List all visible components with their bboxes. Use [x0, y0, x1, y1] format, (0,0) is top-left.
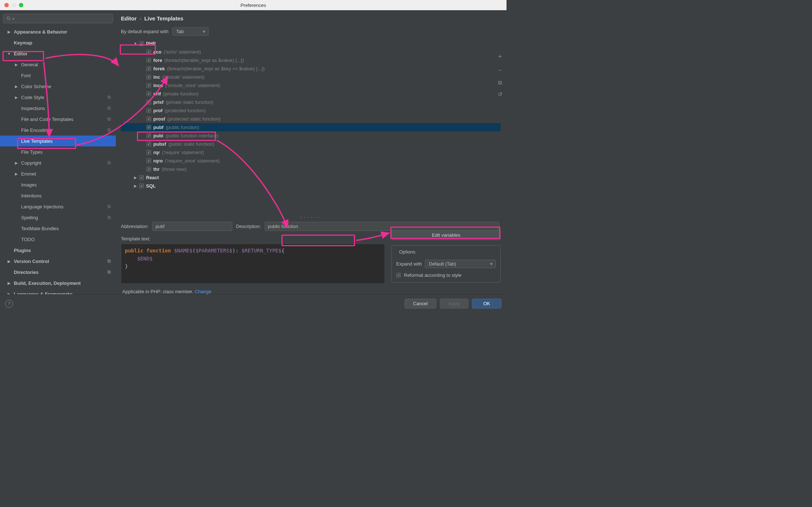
sidebar-item-general[interactable]: ▶General [0, 59, 116, 70]
item-checkbox[interactable]: ✓ [146, 142, 151, 146]
sidebar-item-editor[interactable]: ▼Editor [0, 48, 116, 59]
sidebar-item-label: Emmet [21, 171, 36, 177]
item-abbr: forek [153, 66, 165, 71]
sidebar-item-color-scheme[interactable]: ▶Color Scheme [0, 81, 116, 92]
template-text-editor[interactable]: public function $NAME$($PARAMETERS$): $R… [121, 244, 385, 284]
template-item-rqr[interactable]: ▶✓rqr('require' statement) [121, 148, 501, 157]
copy-icon[interactable]: ⧉ [498, 79, 502, 86]
sidebar-item-emmet[interactable]: ▶Emmet [0, 168, 116, 179]
template-item-thr[interactable]: ▶✓thr(throw new) [121, 165, 501, 173]
sidebar-item-version-control[interactable]: ▶Version Control⧉ [0, 256, 116, 267]
sidebar-item-file-and-code-templates[interactable]: File and Code Templates⧉ [0, 114, 116, 125]
sidebar-item-label: Build, Execution, Deployment [14, 280, 80, 286]
sidebar-item-images[interactable]: Images [0, 179, 116, 190]
sidebar-item-plugins[interactable]: Plugins [0, 245, 116, 256]
sidebar-item-directories[interactable]: Directories⧉ [0, 267, 116, 278]
sidebar-item-appearance-behavior[interactable]: ▶Appearance & Behavior [0, 26, 116, 37]
edit-variables-button[interactable]: Edit variables [391, 230, 501, 240]
item-checkbox[interactable]: ✓ [146, 108, 151, 113]
template-item-pubi[interactable]: ▶✓pubi(public function interface) [121, 131, 501, 140]
item-checkbox[interactable]: ✓ [146, 66, 151, 71]
item-desc: (public static function) [168, 141, 214, 147]
template-item-inco[interactable]: ▶✓inco('include_once' statement) [121, 81, 501, 90]
template-item-prosf[interactable]: ▶✓prosf(protected static function) [121, 115, 501, 123]
chevron-icon: ▶ [14, 84, 19, 89]
template-item-pubf[interactable]: ▶✓pubf(public function) [121, 123, 501, 131]
item-checkbox[interactable]: ✓ [146, 117, 151, 121]
reformat-checkbox[interactable]: ✓ [396, 273, 401, 278]
sidebar-item-textmate-bundles[interactable]: TextMate Bundles [0, 223, 116, 234]
sidebar-item-todo[interactable]: TODO [0, 234, 116, 245]
remove-icon[interactable]: － [497, 66, 503, 74]
template-item-forek[interactable]: ▶✓forek(foreach(iterable_expr as $key =>… [121, 64, 501, 73]
sidebar-item-copyright[interactable]: ▶Copyright⧉ [0, 157, 116, 168]
sidebar-item-intentions[interactable]: Intentions [0, 190, 116, 201]
item-checkbox[interactable]: ✓ [146, 158, 151, 163]
sidebar-item-file-encodings[interactable]: File Encodings⧉ [0, 125, 116, 135]
minimize-dot[interactable] [12, 3, 16, 7]
item-checkbox[interactable]: ✓ [146, 167, 151, 172]
template-group-react[interactable]: ▶✓React [121, 173, 501, 182]
sidebar-item-code-style[interactable]: ▶Code Style⧉ [0, 92, 116, 103]
search-input[interactable]: ▾ [3, 14, 113, 23]
zoom-dot[interactable] [19, 3, 23, 7]
sidebar-item-label: Copyright [21, 160, 42, 166]
sidebar: ▾ ▶Appearance & BehaviorKeymap▼Editor▶Ge… [0, 10, 116, 294]
item-checkbox[interactable]: ✓ [146, 133, 151, 138]
cancel-button[interactable]: Cancel [405, 299, 436, 308]
template-item-prif[interactable]: ▶✓prif(private function) [121, 90, 501, 98]
desc-input[interactable]: public function [265, 222, 499, 231]
sidebar-item-keymap[interactable]: Keymap [0, 37, 116, 48]
splitter[interactable]: • • • • • • [119, 216, 501, 219]
item-abbr: prisf [153, 99, 163, 105]
template-item-fore[interactable]: ▶✓fore(foreach(iterable_expr as $value) … [121, 56, 501, 64]
ok-button[interactable]: OK [472, 299, 501, 308]
item-desc: (public function) [166, 125, 199, 130]
template-item-eco[interactable]: ▶✓eco('echo' statement) [121, 48, 501, 56]
item-checkbox[interactable]: ✓ [146, 100, 151, 105]
template-item-prisf[interactable]: ▶✓prisf(private static function) [121, 98, 501, 106]
abbr-input[interactable]: pubf [152, 222, 232, 231]
item-checkbox[interactable]: ✓ [146, 50, 151, 54]
group-checkbox[interactable]: ✓ [139, 41, 144, 46]
item-desc: (foreach(iterable_expr as $value) {...}) [165, 58, 244, 63]
help-icon[interactable]: ? [5, 300, 13, 308]
item-desc: ('require' statement) [162, 150, 204, 155]
template-item-pubsf[interactable]: ▶✓pubsf(public static function) [121, 140, 501, 148]
close-dot[interactable] [4, 3, 9, 7]
item-checkbox[interactable]: ✓ [146, 91, 151, 96]
undo-icon[interactable]: ↺ [498, 91, 502, 98]
expand-select[interactable]: Tab [172, 27, 209, 36]
apply-button[interactable]: Apply [440, 299, 469, 308]
sidebar-item-languages-frameworks[interactable]: ▶Languages & Frameworks [0, 288, 116, 294]
sidebar-item-inspections[interactable]: Inspections⧉ [0, 103, 116, 114]
item-checkbox[interactable]: ✓ [146, 58, 151, 63]
group-checkbox[interactable]: ✓ [139, 175, 144, 180]
item-desc: ('include' statement) [162, 74, 205, 80]
template-group-sql[interactable]: ▶✓SQL [121, 182, 501, 190]
change-context-link[interactable]: Change [195, 289, 212, 294]
add-icon[interactable]: ＋ [497, 52, 503, 60]
scope-icon: ⧉ [107, 105, 111, 111]
sidebar-item-font[interactable]: Font [0, 70, 116, 81]
sidebar-item-live-templates[interactable]: Live Templates [0, 135, 116, 146]
item-abbr: pubi [153, 133, 163, 138]
item-abbr: eco [153, 49, 161, 55]
expand-with-select[interactable]: Default (Tab) [425, 260, 496, 268]
sidebar-item-language-injections[interactable]: Language Injections⧉ [0, 201, 116, 212]
item-checkbox[interactable]: ✓ [146, 150, 151, 155]
template-item-inc[interactable]: ▶✓inc('include' statement) [121, 73, 501, 81]
chevron-icon: ▶ [133, 176, 138, 180]
chevron-icon: ▶ [7, 281, 12, 285]
search-icon [6, 16, 11, 21]
sidebar-item-build-execution-deployment[interactable]: ▶Build, Execution, Deployment [0, 278, 116, 288]
template-item-rqro[interactable]: ▶✓rqro('require_once' statement) [121, 157, 501, 165]
template-group-php[interactable]: ▼✓PHP [121, 39, 501, 48]
template-item-prof[interactable]: ▶✓prof(protected function) [121, 106, 501, 115]
item-checkbox[interactable]: ✓ [146, 83, 151, 88]
item-checkbox[interactable]: ✓ [146, 125, 151, 130]
sidebar-item-file-types[interactable]: File Types [0, 146, 116, 157]
item-checkbox[interactable]: ✓ [146, 75, 151, 79]
sidebar-item-spelling[interactable]: Spelling⧉ [0, 212, 116, 223]
group-checkbox[interactable]: ✓ [139, 184, 144, 188]
